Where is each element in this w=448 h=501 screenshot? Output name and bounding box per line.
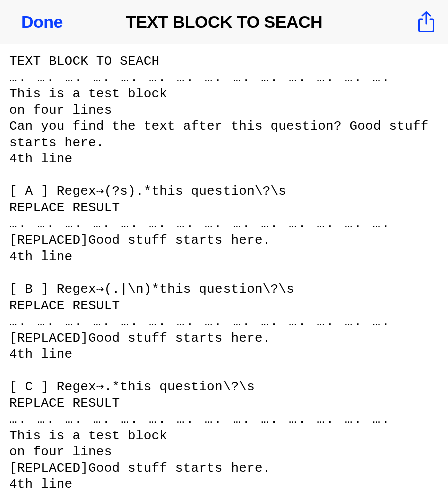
separator: …. …. …. …. …. …. …. …. …. …. …. …. …. …… <box>9 412 391 427</box>
content-heading: TEXT BLOCK TO SEACH <box>9 54 159 69</box>
regex-label-b: [ B ] Regex⇢(.|\n)*this question\?\s <box>9 282 294 297</box>
share-button[interactable] <box>415 9 438 35</box>
result-line: 4th line <box>9 249 72 264</box>
text-line: on four lines <box>9 103 112 118</box>
result-line: This is a test block <box>9 428 167 443</box>
separator: …. …. …. …. …. …. …. …. …. …. …. …. …. …… <box>9 70 391 85</box>
result-line: [REPLACED]Good stuff starts here. <box>9 233 270 248</box>
separator: …. …. …. …. …. …. …. …. …. …. …. …. …. …… <box>9 314 391 329</box>
result-header-b: REPLACE RESULT <box>9 298 120 313</box>
regex-label-c: [ C ] Regex⇢.*this question\?\s <box>9 379 255 394</box>
text-line: This is a test block <box>9 86 167 101</box>
separator: …. …. …. …. …. …. …. …. …. …. …. …. …. …… <box>9 216 391 231</box>
done-button[interactable]: Done <box>21 12 63 32</box>
result-header-c: REPLACE RESULT <box>9 396 120 411</box>
header-bar: Done TEXT BLOCK TO SEACH <box>0 0 448 44</box>
text-line: 4th line <box>9 151 72 166</box>
result-line: 4th line <box>9 477 72 492</box>
result-line: on four lines <box>9 444 112 459</box>
result-line: 4th line <box>9 347 72 362</box>
text-line: Can you find the text after this questio… <box>9 119 436 150</box>
result-line: [REPLACED]Good stuff starts here. <box>9 331 270 346</box>
result-header-a: REPLACE RESULT <box>9 200 120 215</box>
regex-label-a: [ A ] Regex⇢(?s).*this question\?\s <box>9 184 286 199</box>
result-line: [REPLACED]Good stuff starts here. <box>9 461 270 476</box>
page-title: TEXT BLOCK TO SEACH <box>126 12 322 32</box>
share-icon <box>417 11 436 33</box>
text-content: TEXT BLOCK TO SEACH …. …. …. …. …. …. ….… <box>0 44 448 493</box>
